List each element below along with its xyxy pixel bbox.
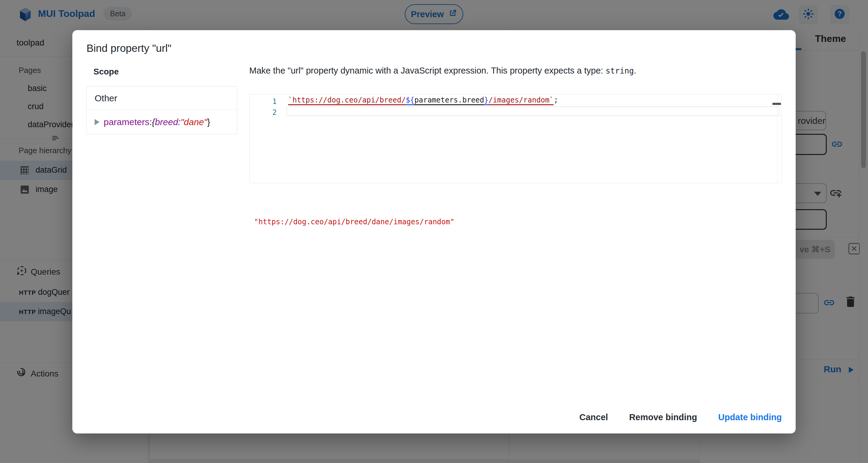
bind-property-dialog: Bind property "url" Scope Other paramete… <box>72 30 796 433</box>
param-brace-open: { <box>152 117 155 127</box>
code-string-2: /images/random <box>489 96 550 105</box>
code-string-1: `https://dog.ceo/api/breed/ <box>288 96 406 105</box>
description-period: . <box>634 66 636 75</box>
cancel-button[interactable]: Cancel <box>578 412 610 422</box>
code-semicolon: ; <box>554 96 558 104</box>
scope-group-label: Other <box>95 93 117 103</box>
expand-arrow-icon[interactable] <box>95 119 99 125</box>
line-number-1: 1 <box>250 97 277 106</box>
description-text: Make the "url" property dynamic with a J… <box>249 66 606 75</box>
overview-ruler-cursor-mark <box>772 103 781 105</box>
dialog-actions: Cancel Remove binding Update binding <box>578 410 784 425</box>
code-interp-close: } <box>484 96 488 105</box>
current-line-highlight <box>286 106 779 116</box>
app-root: MUI Toolpad Beta Preview <box>0 0 868 463</box>
code-backtick: ` <box>550 96 554 105</box>
code-line-1: `https://dog.ceo/api/breed/${parameters.… <box>288 96 558 104</box>
param-name: parameters <box>104 117 150 127</box>
overview-ruler <box>777 94 777 183</box>
line-number-2: 2 <box>250 108 277 117</box>
update-binding-button[interactable]: Update binding <box>716 412 784 422</box>
code-editor[interactable]: 1 2 `https://dog.ceo/api/breed/${paramet… <box>249 94 781 183</box>
dialog-title: Bind property "url" <box>87 42 172 54</box>
scope-label: Scope <box>93 67 119 76</box>
scope-group-other[interactable]: Other <box>87 87 237 110</box>
description-type: string <box>606 66 634 75</box>
scope-tree-item-parameters[interactable]: parameters: {breed: "dane"} <box>87 110 237 134</box>
param-key-colon: : <box>178 117 181 127</box>
code-interp-open: ${ <box>406 96 414 105</box>
scope-box: Other parameters: {breed: "dane"} <box>87 86 237 134</box>
code-expression: parameters.breed <box>414 96 484 105</box>
remove-binding-button[interactable]: Remove binding <box>627 412 699 422</box>
evaluated-result: "https://dog.ceo/api/breed/dane/images/r… <box>254 218 455 226</box>
param-brace-close: } <box>207 117 210 127</box>
param-value: "dane" <box>181 117 207 127</box>
dialog-description: Make the "url" property dynamic with a J… <box>249 66 786 76</box>
param-key: breed <box>155 117 178 127</box>
param-colon: : <box>150 117 152 127</box>
